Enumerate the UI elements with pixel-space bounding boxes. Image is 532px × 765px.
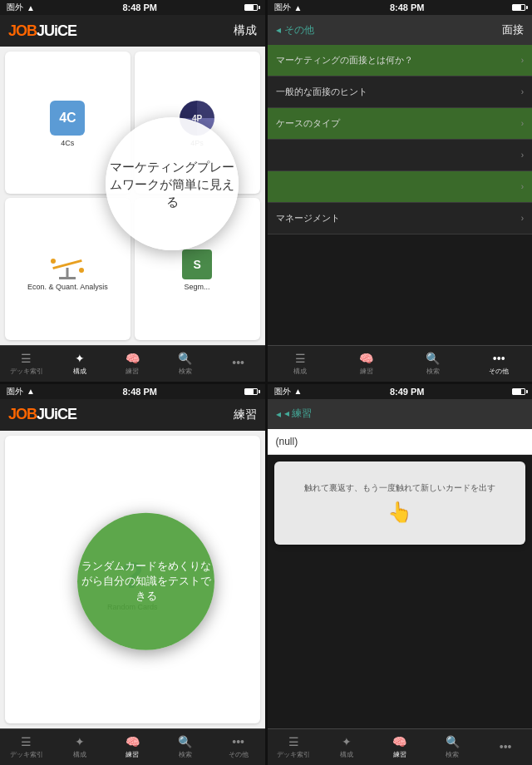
- tab-bar-1: ☰ デッキ索引 ✦ 構成 🧠 練習 🔍 検索 •••: [0, 345, 265, 382]
- search-icon-1: 🔍: [178, 352, 192, 365]
- status-time-3: 8:48 PM: [122, 387, 157, 397]
- status-left-4: 圏外 ▲: [274, 386, 303, 397]
- deck-label-3: デッキ索引: [10, 750, 43, 759]
- tab-deck-3[interactable]: ☰ デッキ索引: [0, 732, 53, 763]
- swipe-card[interactable]: 触れて裏返す、もう一度触れて新しいカードを出す 👆: [274, 461, 526, 545]
- tab-deck-1[interactable]: ☰ デッキ索引: [0, 348, 53, 379]
- tab-structure-4[interactable]: ✦ 構成: [320, 732, 373, 763]
- more-icon-2: •••: [493, 352, 505, 365]
- logo-1: JOBJUiCE: [8, 22, 76, 40]
- tab-bar-4: ☰ デッキ索引 ✦ 構成 🧠 練習 🔍 検索 •••: [268, 728, 533, 765]
- structure-icon-1: ✦: [75, 352, 85, 365]
- battery-icon-3: [244, 388, 258, 395]
- card-econ[interactable]: Econ. & Quant. Analysis: [5, 198, 131, 340]
- more-icon-3: •••: [232, 735, 244, 748]
- tab-practice-3[interactable]: 🧠 練習: [106, 732, 159, 763]
- structure-label-2: 構成: [293, 367, 307, 376]
- practice-label-1: 練習: [126, 367, 139, 376]
- wifi-icon-4: ▲: [294, 387, 303, 396]
- battery-icon-2: [512, 4, 525, 11]
- back-button-2[interactable]: ◂ その他: [276, 23, 314, 37]
- back-chevron-2: ◂: [276, 24, 281, 36]
- list-chevron-0: ›: [521, 56, 524, 65]
- structure-label-3: 構成: [73, 750, 86, 759]
- status-right-2: [512, 4, 525, 11]
- tab-search-2[interactable]: 🔍 検索: [400, 348, 466, 379]
- list-chevron-3: ›: [521, 151, 524, 160]
- list-item-2[interactable]: ケースのタイプ ›: [268, 108, 533, 140]
- tab-structure-3[interactable]: ✦ 構成: [53, 732, 106, 763]
- screen-structure: 圏外 ▲ 8:48 PM JOBJUiCE 構成 4C 4Cs 4Ps: [0, 0, 265, 382]
- bubble-text-1: マーケティングプレームワークが簡単に見える: [106, 158, 239, 210]
- search-label-4: 検索: [446, 750, 459, 759]
- structure-label-4: 構成: [340, 750, 353, 759]
- tab-deck-4[interactable]: ☰ デッキ索引: [268, 732, 321, 763]
- balance-icon: [47, 249, 88, 279]
- logo-job-3: JOB: [8, 406, 37, 422]
- list-item-3[interactable]: ›: [268, 140, 533, 171]
- practice-detail-content: (null) 触れて裏返す、もう一度触れて新しいカードを出す 👆: [268, 429, 533, 729]
- status-bar-1: 圏外 ▲ 8:48 PM: [0, 0, 265, 15]
- tab-search-4[interactable]: 🔍 検索: [426, 732, 480, 763]
- bubble-marketing: マーケティングプレームワークが簡単に見える: [106, 117, 239, 250]
- card-label-econ: Econ. & Quant. Analysis: [27, 283, 108, 291]
- status-left-2: 圏外 ▲: [274, 2, 303, 13]
- card-icon-4cs: 4C: [50, 101, 85, 136]
- list-item-text-1: 一般的な面接のヒント: [276, 86, 367, 98]
- status-left-1: 圏外 ▲: [7, 2, 35, 13]
- list-item-text-0: マーケティングの面接とは何か？: [276, 54, 413, 67]
- structure-icon-4: ✦: [342, 735, 352, 748]
- tab-more-2[interactable]: ••• その他: [466, 348, 532, 379]
- logo-juice-3: JUiCE: [37, 406, 76, 422]
- list-item-5[interactable]: マネージメント ›: [268, 203, 533, 234]
- card-label-seg: Segm...: [185, 283, 210, 291]
- wifi-icon-2: ▲: [294, 3, 303, 12]
- wifi-icon-1: ▲: [27, 3, 35, 12]
- back-label-4: ◂ 練習: [284, 407, 312, 421]
- structure-icon-2: ☰: [295, 352, 306, 365]
- bubble-text-3: ランダムカードをめくりながら自分の知識をテストできる: [77, 559, 214, 605]
- practice-icon-4: 🧠: [392, 735, 406, 748]
- back-chevron-4: ◂: [276, 408, 281, 420]
- screen-title-2: 面接: [502, 22, 524, 37]
- app-grid: 圏外 ▲ 8:48 PM JOBJUiCE 構成 4C 4Cs 4Ps: [0, 0, 532, 765]
- screen-practice-detail: 圏外 ▲ 8:49 PM ◂ ◂ 練習 (null) 触れて裏返す、もう一度触れ…: [268, 384, 533, 766]
- practice-icon-1: 🧠: [126, 352, 140, 365]
- tab-search-1[interactable]: 🔍 検索: [159, 348, 212, 379]
- status-right-4: [512, 388, 525, 395]
- list-chevron-5: ›: [521, 214, 524, 223]
- search-icon-3: 🔍: [178, 735, 192, 748]
- signal-text-4: 圏外: [274, 386, 291, 397]
- practice-label-3: 練習: [126, 750, 139, 759]
- tab-bar-3: ☰ デッキ索引 ✦ 構成 🧠 練習 🔍 検索 ••• その他: [0, 728, 265, 765]
- search-label-3: 検索: [179, 750, 192, 759]
- tab-practice-4[interactable]: 🧠 練習: [373, 732, 426, 763]
- header-title-3: 練習: [234, 407, 257, 422]
- list-item-4[interactable]: ›: [268, 171, 533, 203]
- list-item-0[interactable]: マーケティングの面接とは何か？ ›: [268, 45, 533, 76]
- status-left-3: 圏外 ▲: [7, 386, 35, 397]
- screen-interview: 圏外 ▲ 8:48 PM ◂ その他 面接 マーケティングの面接とは何か？ › …: [268, 0, 533, 382]
- signal-text-3: 圏外: [7, 386, 23, 397]
- card-label-4cs: 4Cs: [61, 139, 74, 147]
- interview-list: マーケティングの面接とは何か？ › 一般的な面接のヒント › ケースのタイプ ›…: [268, 45, 533, 345]
- tab-more-1[interactable]: •••: [212, 353, 265, 374]
- practice-icon-2: 🧠: [359, 352, 373, 365]
- tab-practice-1[interactable]: 🧠 練習: [106, 348, 159, 379]
- status-right-1: [244, 4, 258, 11]
- app-header-1: JOBJUiCE 構成: [0, 15, 265, 47]
- back-button-4[interactable]: ◂ ◂ 練習: [276, 407, 312, 421]
- more-icon-1: •••: [232, 356, 244, 369]
- status-bar-4: 圏外 ▲ 8:49 PM: [268, 384, 533, 399]
- tab-more-4[interactable]: •••: [479, 737, 532, 758]
- tab-structure-2[interactable]: ☰ 構成: [268, 348, 334, 379]
- search-label-1: 検索: [179, 367, 192, 376]
- tab-structure-1[interactable]: ✦ 構成: [53, 348, 106, 379]
- list-chevron-1: ›: [521, 87, 524, 96]
- structure-icon-3: ✦: [75, 735, 85, 748]
- tab-practice-2[interactable]: 🧠 練習: [333, 348, 400, 379]
- list-item-1[interactable]: 一般的な面接のヒント ›: [268, 76, 533, 108]
- deck-icon-3: ☰: [21, 735, 32, 748]
- tab-search-3[interactable]: 🔍 検索: [159, 732, 212, 763]
- tab-more-3[interactable]: ••• その他: [212, 732, 265, 763]
